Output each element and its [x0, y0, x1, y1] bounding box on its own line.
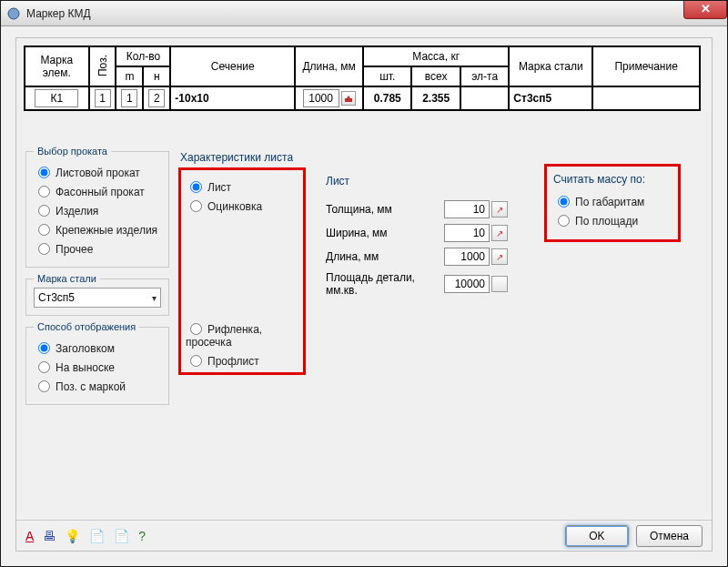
- chevron-down-icon: ▾: [152, 293, 157, 303]
- col-mass-el: эл-та: [460, 66, 509, 86]
- col-qty-m: m: [116, 66, 143, 86]
- app-icon: [6, 6, 21, 21]
- mass-el: [460, 86, 509, 110]
- params-table: Марка элем. Поз. Кол-во Сечение Длина, м…: [24, 46, 701, 111]
- col-mass-pc: шт.: [363, 66, 411, 86]
- text-format-icon[interactable]: A: [25, 529, 34, 543]
- thickness-input[interactable]: [444, 200, 490, 218]
- pick-thickness-button[interactable]: ↗: [491, 201, 508, 218]
- display-leader[interactable]: На выноске: [34, 359, 161, 374]
- col-section: Сечение: [170, 46, 295, 86]
- col-note: Примечание: [592, 46, 700, 86]
- help-icon[interactable]: ?: [138, 529, 146, 543]
- col-qty: Кол-во: [116, 46, 170, 66]
- sheet-proflist[interactable]: Профлист: [186, 352, 302, 368]
- svg-rect-1: [345, 98, 352, 102]
- col-steel: Марка стали: [509, 46, 592, 86]
- rolled-shape[interactable]: Фасонный прокат: [34, 183, 161, 198]
- sheet-list[interactable]: Лист: [186, 178, 302, 194]
- col-mass-all: всех: [411, 66, 460, 86]
- sheet-zinc[interactable]: Оцинковка: [186, 197, 302, 213]
- qty-m-input[interactable]: [121, 89, 137, 107]
- cancel-button[interactable]: Отмена: [636, 525, 703, 547]
- note-input[interactable]: [602, 90, 690, 106]
- col-qty-n: н: [143, 66, 170, 86]
- mass-by-gab[interactable]: По габаритам: [553, 193, 675, 208]
- length-pick-button[interactable]: [341, 91, 356, 106]
- ok-button[interactable]: OK: [565, 525, 629, 547]
- svg-point-0: [8, 8, 19, 19]
- area-input[interactable]: [444, 275, 490, 293]
- width-input[interactable]: [444, 224, 490, 242]
- rolled-fastener[interactable]: Крепежные изделия: [34, 221, 161, 237]
- sheet-riffle[interactable]: Рифленка, просечка: [186, 320, 302, 349]
- pick-area-button[interactable]: [491, 276, 508, 292]
- display-posmark[interactable]: Поз. с маркой: [34, 378, 161, 393]
- section-value: -10x10: [170, 86, 295, 110]
- steel-combo[interactable]: Ст3сп5 ▾: [34, 288, 161, 308]
- steel-group: Марка стали Ст3сп5 ▾: [25, 273, 169, 316]
- col-length: Длина, мм: [295, 46, 363, 86]
- mass-all: 2.355: [411, 86, 460, 110]
- rolled-sheet[interactable]: Листовой прокат: [34, 164, 161, 179]
- edit-sheet-icon[interactable]: 📄: [89, 529, 105, 543]
- pick-width-button[interactable]: ↗: [491, 225, 508, 241]
- close-button[interactable]: ✕: [683, 1, 727, 19]
- print-icon[interactable]: 🖶: [43, 529, 56, 543]
- steel-value: Ст3сп5: [509, 86, 592, 110]
- pos-input[interactable]: [95, 89, 111, 107]
- mass-pc: 0.785: [363, 86, 411, 110]
- mass-by-title: Считать массу по:: [553, 173, 645, 186]
- col-mark: Марка элем.: [25, 46, 89, 86]
- length-input[interactable]: [303, 89, 339, 107]
- sheet-char-title: Характеристики листа: [180, 151, 293, 164]
- mark-input[interactable]: [35, 89, 78, 107]
- display-header[interactable]: Заголовком: [34, 339, 161, 355]
- sheet-icon[interactable]: 📄: [114, 529, 129, 543]
- bulb-icon[interactable]: 💡: [65, 529, 80, 543]
- pick-length-button[interactable]: ↗: [491, 248, 508, 265]
- mass-by-area[interactable]: По площади: [553, 212, 675, 228]
- list-group-title: Лист: [326, 175, 349, 187]
- rolled-group: Выбор проката Листовой прокат Фасонный п…: [25, 146, 169, 268]
- sheet-length-input[interactable]: [444, 248, 490, 266]
- qty-n-input[interactable]: [148, 89, 165, 107]
- col-pos: Поз.: [89, 46, 116, 86]
- col-mass: Масса, кг: [363, 46, 509, 66]
- window-title: Маркер КМД: [26, 7, 91, 20]
- rolled-other[interactable]: Прочее: [34, 240, 161, 256]
- display-group: Способ отображения Заголовком На выноске…: [25, 321, 169, 405]
- rolled-goods[interactable]: Изделия: [34, 202, 161, 218]
